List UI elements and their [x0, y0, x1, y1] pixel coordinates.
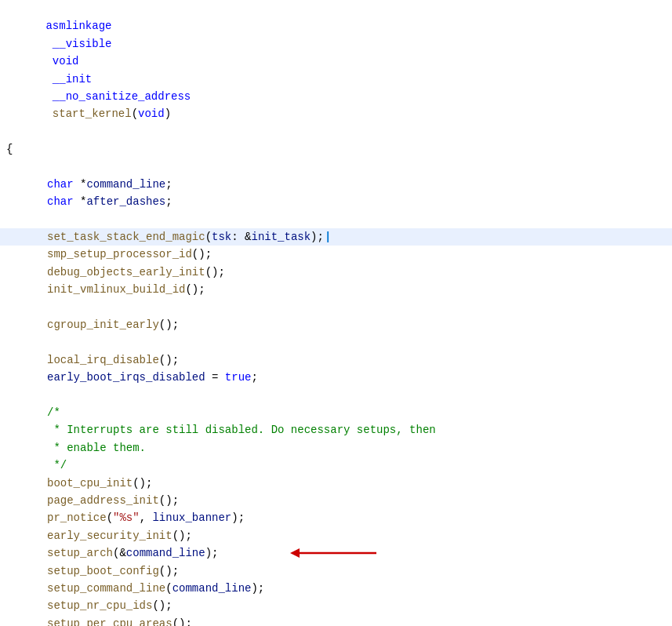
arrow-annotation: [290, 544, 384, 562]
param-tsk: tsk: [212, 228, 231, 246]
header-text: asmlinkage __visible void __init __no_sa…: [6, 0, 191, 140]
code-line-comment-close: */: [0, 457, 672, 474]
code-line-early-security: early_security_init ();: [0, 527, 672, 544]
comment-text-2: * enable them.: [47, 439, 146, 457]
code-line-setup-per-cpu: setup_per_cpu_areas ();: [0, 615, 672, 626]
fn-debug: debug_objects_early_init: [47, 264, 205, 281]
code-line-blank-3: [0, 299, 672, 316]
code-line-irq-disabled: early_boot_irqs_disabled = true ;: [0, 369, 672, 386]
code-line-irq-disable: local_irq_disable ();: [0, 351, 672, 369]
keyword-char-1: char: [47, 176, 74, 193]
keyword-init: __init: [45, 73, 92, 86]
code-line-blank-1: [0, 158, 672, 176]
code-line-setup-nr-cpu: setup_nr_cpu_ids ();: [0, 597, 672, 614]
ident-command-line-1: command_line: [86, 176, 165, 193]
code-line-smp: smp_setup_processor_id ();: [0, 246, 672, 263]
fn-set-task: set_task_stack_end_magic: [47, 228, 205, 246]
fn-pr-notice: pr_notice: [47, 509, 107, 526]
code-line-boot-cpu: boot_cpu_init ();: [0, 475, 672, 492]
code-line-blank-2: [0, 211, 672, 228]
fn-setup-cmdline: setup_command_line: [47, 580, 165, 597]
code-editor: asmlinkage __visible void __init __no_sa…: [0, 0, 672, 626]
code-line-char-after: char * after_dashes ;: [0, 193, 672, 210]
code-line-char-command: char * command_line ;: [0, 176, 672, 193]
code-line-blank-4: [0, 333, 672, 351]
code-line-debug: debug_objects_early_init ();: [0, 264, 672, 281]
keyword-asmlinkage: asmlinkage: [45, 20, 111, 32]
svg-marker-1: [290, 548, 300, 558]
fn-vmlinux: init_vmlinux_build_id: [47, 281, 185, 298]
ident-linux-banner: linux_banner: [152, 509, 231, 526]
keyword-void-param: void: [138, 107, 165, 120]
code-line-comment-2: * enable them.: [0, 439, 672, 457]
code-line-pr-notice: pr_notice ( "%s" , linux_banner );: [0, 509, 672, 526]
ident-after-dashes: after_dashes: [86, 193, 165, 210]
code-line-page-addr: page_address_init ();: [0, 492, 672, 509]
code-line-header: asmlinkage __visible void __init __no_sa…: [0, 0, 672, 140]
fn-boot-cpu: boot_cpu_init: [47, 475, 133, 492]
param-init-task: init_task: [251, 228, 311, 246]
code-line-comment-open: /*: [0, 404, 672, 421]
fn-setup-per-cpu: setup_per_cpu_areas: [47, 615, 173, 626]
fn-name-start-kernel: start_kernel: [45, 107, 131, 120]
fn-local-irq: local_irq_disable: [47, 351, 159, 369]
fn-setup-nr-cpu: setup_nr_cpu_ids: [47, 597, 152, 614]
fn-early-security: early_security_init: [47, 527, 173, 544]
comment-open: /*: [47, 404, 60, 421]
param-command-line-cmd: command_line: [173, 580, 252, 597]
fn-cgroup: cgroup_init_early: [47, 316, 159, 333]
fn-setup-arch: setup_arch: [47, 544, 113, 562]
keyword-no-sanitize: __no_sanitize_address: [45, 90, 191, 103]
fn-setup-boot: setup_boot_config: [47, 562, 159, 580]
comment-text-1: * Interrupts are still disabled. Do nece…: [47, 421, 436, 439]
code-line-brace-open: {: [0, 140, 672, 158]
keyword-char-2: char: [47, 193, 74, 210]
brace-open: {: [6, 140, 13, 158]
code-line-comment-1: * Interrupts are still disabled. Do nece…: [0, 421, 672, 439]
keyword-void: void: [45, 55, 78, 67]
param-command-line-arch: command_line: [126, 544, 205, 562]
code-line-cgroup: cgroup_init_early ();: [0, 316, 672, 333]
code-line-vmlinux: init_vmlinux_build_id ();: [0, 281, 672, 298]
keyword-true: true: [225, 369, 252, 386]
comment-close: */: [47, 457, 67, 474]
cursor: |: [325, 228, 331, 246]
red-arrow-svg: [290, 544, 384, 562]
code-line-set-task: set_task_stack_end_magic ( tsk : & init_…: [0, 228, 672, 246]
keyword-visible: __visible: [45, 38, 111, 50]
code-line-setup-arch: setup_arch (& command_line );: [0, 544, 672, 562]
code-line-blank-5: [0, 387, 672, 404]
fn-smp: smp_setup_processor_id: [47, 246, 192, 263]
code-line-setup-boot: setup_boot_config ();: [0, 562, 672, 580]
ident-early-boot: early_boot_irqs_disabled: [47, 369, 205, 386]
string-format: "%s": [113, 509, 140, 526]
fn-page-addr: page_address_init: [47, 492, 159, 509]
code-line-setup-cmdline: setup_command_line ( command_line );: [0, 580, 672, 597]
